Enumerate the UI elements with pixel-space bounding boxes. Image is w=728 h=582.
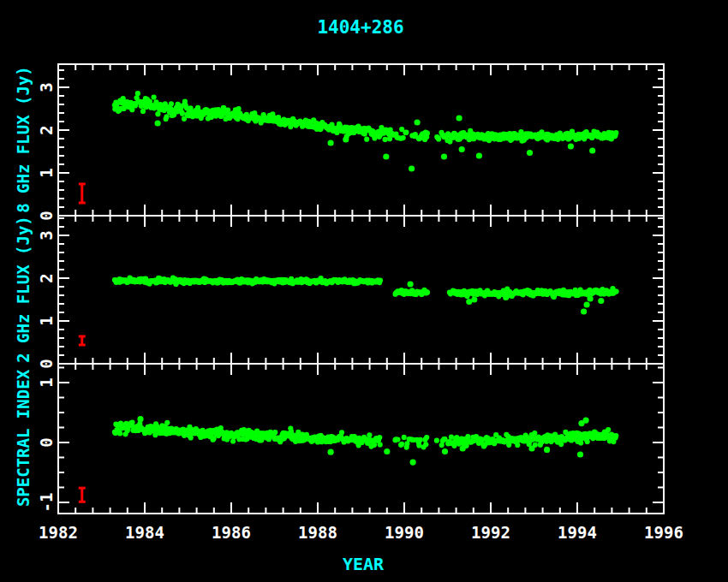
data-point xyxy=(140,109,146,114)
errorbar-8ghz-flux xyxy=(79,184,86,203)
data-point xyxy=(164,420,170,425)
data-point-outlier xyxy=(459,146,465,152)
data-point-outlier xyxy=(588,295,594,301)
data-point xyxy=(377,435,382,440)
panel-spectral-index: -101 xyxy=(37,364,664,514)
data-point xyxy=(164,114,170,119)
x-tick-label: 1988 xyxy=(298,523,337,542)
data-point xyxy=(403,130,409,135)
data-point-outlier xyxy=(583,418,589,424)
x-tick-label: 1996 xyxy=(644,523,683,542)
data-point xyxy=(383,137,388,142)
data-point xyxy=(434,438,439,443)
data-point-outlier xyxy=(568,143,574,149)
data-point xyxy=(606,427,611,432)
data-point-outlier xyxy=(476,152,482,158)
data-point xyxy=(169,101,174,106)
data-point-outlier xyxy=(409,165,415,171)
y-tick-label: -1 xyxy=(37,493,56,513)
data-point xyxy=(339,430,344,435)
plot-svg: 01230123-1011982198419861988199019921994… xyxy=(0,0,728,582)
data-point xyxy=(180,111,185,116)
data-point xyxy=(367,432,372,437)
errorbar-spectral-index xyxy=(79,488,86,502)
data-point xyxy=(364,137,369,142)
data-point xyxy=(425,290,430,295)
x-tick-label: 1990 xyxy=(385,523,424,542)
data-point xyxy=(558,442,564,447)
x-tick-label: 1984 xyxy=(125,523,164,542)
data-point xyxy=(401,135,406,140)
data-point-outlier xyxy=(410,460,416,466)
y-tick-label: 3 xyxy=(37,82,56,92)
x-tick-label: 1982 xyxy=(39,523,78,542)
chart-screen: 1404+286 8 GHz FLUX (Jy) 2 GHz FLUX (Jy)… xyxy=(0,0,728,582)
data-point-outlier xyxy=(383,153,389,159)
data-point-outlier xyxy=(581,308,587,314)
data-point-outlier xyxy=(584,301,590,307)
y-tick-label: 0 xyxy=(37,211,56,220)
data-point xyxy=(378,442,383,447)
data-point xyxy=(423,442,428,447)
data-point xyxy=(613,130,618,135)
y-tick-label: 2 xyxy=(37,273,56,282)
data-point-outlier xyxy=(155,120,161,126)
data-point xyxy=(152,95,157,100)
data-points-8ghz-flux xyxy=(112,91,619,171)
data-point xyxy=(451,443,456,448)
data-point xyxy=(424,435,429,440)
x-tick-label: 1992 xyxy=(471,523,510,542)
data-point xyxy=(585,439,590,444)
data-points-2ghz-flux xyxy=(112,276,619,315)
data-point xyxy=(404,441,409,446)
data-point xyxy=(614,288,619,294)
data-point xyxy=(372,442,377,448)
y-tick-label: 1 xyxy=(37,316,56,325)
data-point-outlier xyxy=(442,448,448,454)
errorbar-2ghz-flux xyxy=(79,336,86,345)
data-point xyxy=(532,431,537,436)
data-point xyxy=(449,435,454,440)
x-tick-label: 1994 xyxy=(558,523,597,542)
data-point-outlier xyxy=(415,119,421,125)
data-point xyxy=(465,434,470,439)
y-tick-label: 0 xyxy=(37,437,56,447)
data-point xyxy=(225,108,230,113)
data-point-outlier xyxy=(577,451,583,457)
data-point-outlier xyxy=(598,298,604,304)
data-point xyxy=(395,436,400,442)
panel-frame xyxy=(58,64,664,216)
data-point-outlier xyxy=(460,445,466,451)
data-point-outlier xyxy=(527,150,533,156)
data-point-outlier xyxy=(343,136,349,142)
data-points-spectral-index xyxy=(112,416,619,466)
panel-8ghz-flux: 0123 xyxy=(37,64,664,221)
data-point-outlier xyxy=(589,147,595,153)
panel-2ghz-flux: 0123 xyxy=(37,216,664,369)
data-point-outlier xyxy=(384,448,390,454)
data-point xyxy=(578,440,583,445)
data-point xyxy=(515,442,520,448)
x-tick-labels: 19821984198619881990199219941996 xyxy=(39,523,683,542)
data-point xyxy=(272,430,277,435)
y-tick-label: 3 xyxy=(37,230,56,240)
x-tick-label: 1986 xyxy=(212,523,251,542)
data-point-outlier xyxy=(328,449,334,455)
tick-marks xyxy=(58,64,664,216)
data-point-outlier xyxy=(328,140,334,146)
y-tick-label: 0 xyxy=(37,359,56,368)
y-tick-label: 1 xyxy=(37,377,56,387)
data-point xyxy=(378,278,383,283)
data-point-outlier xyxy=(456,115,462,121)
data-point-outlier xyxy=(503,294,509,300)
data-point-outlier xyxy=(544,447,550,453)
data-point xyxy=(425,131,430,136)
data-point-outlier xyxy=(408,281,414,287)
data-point xyxy=(613,433,618,438)
y-tick-label: 2 xyxy=(37,125,56,134)
data-point xyxy=(212,436,217,441)
data-point xyxy=(399,442,404,447)
y-tick-label: 1 xyxy=(37,168,56,177)
data-point xyxy=(129,419,134,425)
data-point-outlier xyxy=(471,296,477,302)
